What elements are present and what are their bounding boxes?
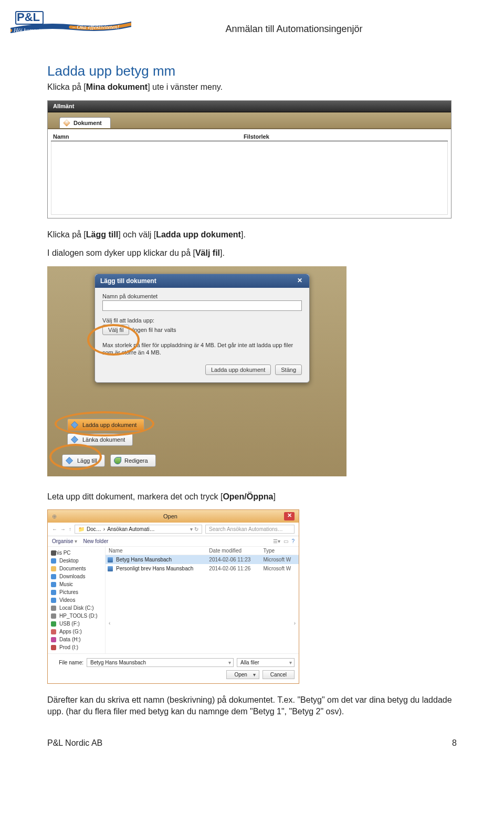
upload-button[interactable]: Ladda upp dokument [205,364,271,375]
filename-input[interactable]: Betyg Hans Maunsbach [87,658,234,667]
paragraph-3: I dialogen som dyker upp klickar du på [… [47,247,457,259]
close-button[interactable]: Stäng [275,364,302,375]
edit-icon [114,457,121,464]
tree-item[interactable]: Data (H:) [48,636,105,643]
document-icon [71,421,78,429]
col-name[interactable]: Name [106,547,206,555]
svg-text:– Öka effektiviteten!: – Öka effektiviteten! [72,24,120,30]
menu-link-document[interactable]: Länka dokument [67,433,133,446]
filetype-filter[interactable]: Alla filer [237,658,295,667]
tab-dokument[interactable]: Dokument [59,117,111,128]
back-icon[interactable]: ⊕ [52,513,57,520]
tree-item[interactable]: Videos [48,596,105,604]
document-header-title: Anmälan till Automationsingenjör [131,24,457,35]
nav-back-icon[interactable]: ← [52,526,57,532]
name-label: Namn på dokumentet [102,293,302,299]
tree-item[interactable]: Documents [48,565,105,572]
file-list: Name Date modified Type Betyg Hans Mauns… [106,547,299,653]
tree-item[interactable]: Music [48,580,105,588]
open-button[interactable]: Open [226,670,259,679]
organise-menu[interactable]: Organise [52,538,74,544]
folder-tree[interactable]: This PC Desktop Documents Downloads Musi… [48,547,106,653]
menu-upload-document[interactable]: Ladda upp dokument [67,419,144,431]
table-header: Namn Filstorlek [51,132,448,141]
dialog-title: Lägg till dokument [100,277,156,285]
svg-text:P&L: P&L [17,11,40,24]
search-input[interactable]: Search Ansökan Automations… [205,525,295,534]
tree-item[interactable]: Apps (G:) [48,628,105,636]
menu-edit[interactable]: Redigera [110,454,156,467]
paragraph-4: Leta upp ditt dokument, markera det och … [47,491,457,503]
col-filesize: Filstorlek [242,132,448,141]
page-number: 8 [452,738,457,748]
max-size-note: Max storlek på filer för uppladdning är … [102,341,302,357]
cancel-button[interactable]: Cancel [262,670,295,679]
choose-file-button[interactable]: Välj fil [102,325,129,335]
close-icon[interactable]: ✕ [284,512,295,520]
add-icon [66,457,73,464]
close-icon[interactable]: ✕ [296,277,304,285]
link-icon [71,436,78,443]
upload-dialog: Lägg till dokument ✕ Namn på dokumentet … [94,274,310,383]
screenshot-upload-modal: Lägg till dokument ✕ Namn på dokumentet … [47,266,346,476]
empty-file-list [51,141,448,215]
filename-label: File name: [52,660,83,665]
details-pane-icon[interactable]: ▭ [284,538,288,544]
hscroll-left-icon[interactable]: ‹ [109,620,110,626]
breadcrumb[interactable]: 📁Doc…›Ansökan Automati…▾ ↻ [75,525,202,534]
hscroll-right-icon[interactable]: › [294,620,296,626]
help-icon[interactable]: ? [291,538,295,544]
col-name: Namn [51,132,242,141]
new-folder-button[interactable]: New folder [83,538,108,544]
paragraph-1: Klicka på [Mina dokument] ute i vänster … [47,81,457,93]
section-heading: Ladda upp betyg mm [47,63,457,79]
panel-title: Allmänt [48,101,451,112]
col-type[interactable]: Type [260,547,299,555]
tab-bar: Dokument [48,112,451,129]
no-file-text: Ingen fil har valts [132,327,176,333]
tree-item[interactable]: USB (F:) [48,620,105,628]
screenshot-document-tab: Allmänt Dokument Namn Filstorlek [47,100,452,218]
tree-item[interactable]: HP_TOOLS (D:) [48,612,105,620]
nav-up-icon[interactable]: ↑ [69,526,71,532]
brand-logo: P&L Höj kompetensen – Öka effektiviteten… [10,9,131,38]
tree-item[interactable]: Prod (I:) [48,643,105,651]
view-icon[interactable]: ☰▾ [273,538,280,544]
nav-fwd-icon[interactable]: → [60,526,66,532]
tree-this-pc[interactable]: This PC [48,549,105,557]
paragraph-2: Klicka på [Lägg till] och välj [Ladda up… [47,229,457,241]
footer-company: P&L Nordic AB [47,738,102,748]
file-row[interactable]: Personligt brev Hans Maunsbach 2014-02-0… [106,564,299,573]
dialog-title: Open [57,513,284,519]
svg-text:Höj kompetensen: Höj kompetensen [13,27,54,33]
col-date[interactable]: Date modified [206,547,260,555]
tree-item[interactable]: Pictures [48,588,105,596]
file-row[interactable]: Betyg Hans Maunsbach 2014-02-06 11:23 Mi… [106,555,299,564]
choose-file-label: Välj fil att ladda upp: [102,317,302,324]
tree-item[interactable]: Local Disk (C:) [48,604,105,612]
paragraph-5: Därefter kan du skriva ett namn (beskriv… [47,694,457,717]
document-name-input[interactable] [102,300,302,311]
menu-add[interactable]: Lägg till [62,454,105,467]
screenshot-file-open-dialog: ⊕ Open ✕ ← → ↑ 📁Doc…›Ansökan Automati…▾ … [47,509,299,684]
tree-item[interactable]: Desktop [48,557,105,565]
tree-item[interactable]: Downloads [48,572,105,580]
